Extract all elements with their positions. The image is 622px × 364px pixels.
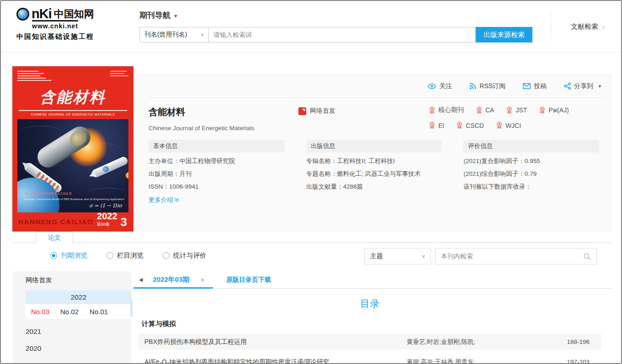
- sidebar-online-first-link[interactable]: 网络首发: [26, 276, 132, 285]
- rocket-flame-graphic: [125, 168, 128, 180]
- basic-info-column: 基本信息 主办单位：中国工程物理研究院 出版周期：月刊 ISSN：1006-99…: [149, 140, 284, 204]
- cnki-journal-page: nKi 中国知网 www.cnki.net 中国知识基础设施工程 期刊导航▼ 刊…: [0, 0, 622, 364]
- info-row: ISSN：1006-9941: [149, 183, 284, 191]
- info-row: 主办单位：中国工程物理研究院: [149, 157, 284, 165]
- issues-row-2022: No.03 No.02 No.01: [26, 304, 132, 319]
- caret-down-icon: ▼: [598, 84, 602, 89]
- journal-info-columns: 基本信息 主办单位：中国工程物理研究院 出版周期：月刊 ISSN：1006-99…: [149, 140, 611, 204]
- previous-issue-arrow-icon[interactable]: ◀: [139, 277, 143, 283]
- cover-caption-cn: PBX 炸药损伤本构模型及其工程应用: [24, 192, 72, 196]
- badge-core-journal: 核心期刊: [429, 106, 464, 114]
- info-row: (2021)综合影响因子：0.79: [463, 170, 599, 178]
- badge-wjci: WJCI: [496, 121, 521, 129]
- in-journal-search-box: [435, 248, 597, 264]
- badge-ca: CA: [476, 106, 494, 114]
- share-button[interactable]: 分享到 ▼: [564, 82, 602, 90]
- original-toc-download-link[interactable]: 原版目录页下载: [226, 276, 271, 284]
- document-search-link[interactable]: 文献检索›: [571, 22, 605, 31]
- info-row: (2021)复合影响因子：0.955: [463, 157, 599, 165]
- year-2022-header[interactable]: 2022: [26, 290, 132, 304]
- scrollbar-thumb[interactable]: [130, 301, 133, 317]
- share-icon: [564, 83, 571, 90]
- cover-issue-block: 2022 第30卷 3: [97, 211, 127, 227]
- year-2021-header[interactable]: 2021: [26, 327, 132, 336]
- globe-icon: [16, 8, 29, 21]
- header-divider: [551, 14, 551, 41]
- current-issue-tab[interactable]: 2022年03期: [153, 275, 189, 284]
- article-row[interactable]: Al/Fe₂O₃纳米铝热剂界面结构和稳定性的周期性密度泛函理论研究 蒋闻;高岩;…: [138, 354, 601, 364]
- journal-badges: 核心期刊 CA JST Pж(AJ): [429, 106, 600, 132]
- info-row: 该刊被以下数据库收录：: [463, 183, 599, 191]
- article-row[interactable]: PBX炸药损伤本构模型及其工程运用 黄垂艺;时岩;金朋刚;陈凯; 188-196: [138, 334, 601, 350]
- radio-issue-browse[interactable]: 刊期浏览: [50, 251, 87, 260]
- issue-no01-link[interactable]: No.01: [90, 308, 108, 316]
- table-of-contents: 目录 计算与模拟 PBX炸药损伤本构模型及其工程运用 黄垂艺;时岩;金朋刚;陈凯…: [132, 289, 611, 364]
- medal-icon: [456, 121, 463, 129]
- medal-icon: [506, 106, 513, 114]
- radio-icon: [50, 252, 57, 259]
- cover-title: 含能材料: [12, 87, 133, 108]
- radio-icon: [163, 252, 170, 259]
- publication-info-column: 出版信息 专辑名称：工程科技II; 工程科技I 专题名称：燃料化工; 武器工业与…: [306, 140, 442, 204]
- chevron-down-icon: ˅: [201, 32, 204, 37]
- online-first-icon: [298, 107, 306, 115]
- tab-papers[interactable]: 论文: [36, 232, 73, 243]
- rss-subscribe-button[interactable]: RSS订阅: [469, 82, 505, 90]
- active-tab-underline: [133, 287, 213, 289]
- medal-icon: [496, 121, 503, 129]
- red-caret-down-icon: ▼: [173, 13, 178, 19]
- eye-icon: [428, 83, 436, 90]
- cover-subtitle: CHINESE JOURNAL OF ENERGETIC MATERIALS: [19, 110, 127, 116]
- issue-no03-link[interactable]: No.03: [31, 308, 49, 316]
- top-header: nKi 中国知网 www.cnki.net 中国知识基础设施工程 期刊导航▼ 刊…: [1, 1, 621, 53]
- more-intro-link[interactable]: 更多介绍: [149, 196, 179, 204]
- medal-icon: [476, 106, 483, 114]
- cover-pinyin: HANNENG CAILIAO: [18, 218, 93, 226]
- journal-actions-row: 关注 RSS订阅 投稿 分享到 ▼: [149, 75, 606, 98]
- badge-paj: Pж(AJ): [539, 106, 569, 114]
- evaluation-info-heading: 评价信息: [463, 140, 599, 153]
- basic-info-heading: 基本信息: [149, 140, 284, 153]
- cover-decor-lines: [17, 71, 51, 82]
- badge-jst: JST: [506, 106, 527, 114]
- follow-button[interactable]: 关注: [428, 82, 452, 90]
- medal-icon: [539, 106, 546, 114]
- cover-caption-en: Damage Constitutive Model of PBX Explosi…: [24, 198, 124, 200]
- next-issue-arrow-icon[interactable]: ▶: [202, 277, 205, 283]
- cover-artwork: PBX 炸药损伤本构模型及其工程应用 Damage Constitutive M…: [17, 119, 128, 212]
- in-journal-search-input[interactable]: [441, 253, 583, 260]
- source-search-button[interactable]: 出版来源检索: [476, 27, 532, 42]
- radio-statistics-evaluation[interactable]: 统计与评价: [163, 251, 207, 260]
- article-authors: 蒋闻;高岩;王桂香;周雪东;: [407, 358, 558, 364]
- header-search-input[interactable]: [209, 27, 476, 42]
- search-field-select[interactable]: 刊名(曾用刊名) ˅: [139, 27, 209, 42]
- browse-mode-radios: 刊期浏览 栏目浏览 统计与评价: [50, 251, 207, 260]
- header-search-row: 刊名(曾用刊名) ˅ 出版来源检索: [139, 27, 532, 42]
- year-2020-header[interactable]: 2020: [26, 344, 132, 353]
- journal-navigation-menu[interactable]: 期刊导航▼: [139, 10, 178, 21]
- double-chevron-down-icon: [175, 198, 179, 202]
- issues-sidebar: 网络首发 2022 No.03 No.02 No.01 2021 2020: [13, 271, 132, 363]
- search-icon[interactable]: [583, 253, 591, 260]
- journal-head-row: 含能材料 Chinese Journal of Energetic Materi…: [149, 106, 611, 132]
- radio-column-browse[interactable]: 栏目浏览: [106, 251, 144, 260]
- browse-controls-row: 刊期浏览 栏目浏览 统计与评价 主题 ˅: [13, 246, 611, 267]
- journal-cover-image: 含能材料 CHINESE JOURNAL OF ENERGETIC MATERI…: [12, 66, 133, 232]
- cnki-logo[interactable]: nKi 中国知网 www.cnki.net 中国知识基础设施工程: [16, 6, 94, 41]
- online-first-badge[interactable]: 网络首发: [298, 107, 335, 115]
- article-title[interactable]: Al/Fe₂O₃纳米铝热剂界面结构和稳定性的周期性密度泛函理论研究: [144, 358, 407, 364]
- article-pages: 197-203: [558, 359, 590, 364]
- logo-slogan: 中国知识基础设施工程: [16, 32, 94, 41]
- issue-content-panel: ◀ 2022年03期 ▶ 原版目录页下载 目录 计算与模拟 PBX炸药损伤本构模…: [132, 271, 611, 363]
- toc-title: 目录: [138, 297, 601, 310]
- evaluation-info-column: 评价信息 (2021)复合影响因子：0.955 (2021)综合影响因子：0.7…: [463, 140, 599, 204]
- issue-no02-link[interactable]: No.02: [60, 308, 79, 316]
- badge-ei: EI: [429, 121, 444, 129]
- topic-field-select[interactable]: 主题 ˅: [364, 248, 431, 264]
- info-row: 出版文献量：4286篇: [306, 183, 442, 191]
- content-tab-row: 论文: [13, 232, 611, 243]
- info-row: 专题名称：燃料化工; 武器工业与军事技术: [306, 170, 442, 178]
- journal-title: 含能材料: [149, 106, 286, 118]
- submit-manuscript-button[interactable]: 投稿: [523, 82, 547, 90]
- article-title[interactable]: PBX炸药损伤本构模型及其工程运用: [144, 338, 407, 346]
